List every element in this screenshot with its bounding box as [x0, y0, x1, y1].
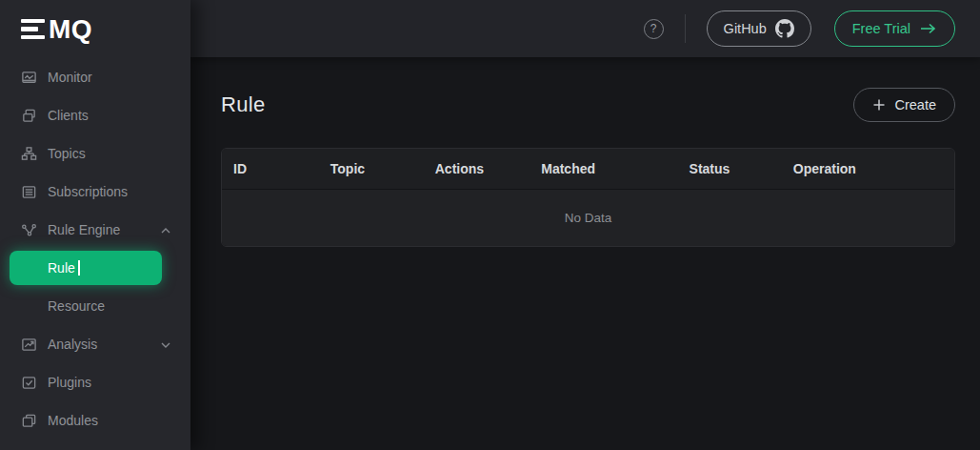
sidebar-item-label: Topics	[48, 146, 171, 161]
table-header-row: ID Topic Actions Matched Status Operatio…	[222, 149, 954, 190]
chevron-up-icon	[160, 224, 171, 235]
sidebar-item-clients[interactable]: Clients	[0, 96, 190, 134]
sidebar-subitem-label: Resource	[48, 298, 105, 314]
github-button-label: GitHub	[724, 21, 767, 36]
create-button-label: Create	[894, 97, 936, 112]
topbar: ? GitHub Free Trial	[190, 0, 980, 57]
emq-logo-text: MQ	[49, 16, 92, 43]
monitor-icon	[21, 70, 37, 86]
column-header-actions: Actions	[435, 149, 542, 190]
sidebar-subitem-rule[interactable]: Rule	[10, 251, 162, 285]
sidebar-item-modules[interactable]: Modules	[0, 401, 190, 440]
help-icon[interactable]: ?	[644, 19, 664, 39]
column-header-status: Status	[690, 149, 793, 190]
sidebar-menu: Monitor Clients	[0, 58, 190, 440]
text-cursor	[78, 260, 80, 276]
rules-table: ID Topic Actions Matched Status Operatio…	[222, 149, 954, 246]
rules-table-card: ID Topic Actions Matched Status Operatio…	[221, 148, 955, 247]
no-data-text: No Data	[222, 190, 954, 246]
plugins-icon	[21, 375, 37, 391]
sidebar-item-subscriptions[interactable]: Subscriptions	[0, 173, 190, 211]
topbar-divider	[685, 14, 686, 43]
emq-logo[interactable]: MQ	[0, 0, 190, 58]
title-row: Rule Create	[221, 88, 955, 122]
arrow-right-icon	[920, 22, 937, 35]
topics-icon	[21, 146, 37, 162]
sidebar-item-analysis[interactable]: Analysis	[0, 325, 190, 363]
sidebar-item-label: Subscriptions	[48, 184, 171, 199]
sidebar-item-label: Monitor	[48, 70, 171, 85]
sidebar-item-plugins[interactable]: Plugins	[0, 363, 190, 401]
free-trial-label: Free Trial	[852, 21, 910, 36]
content: Rule Create ID	[190, 57, 980, 450]
github-octocat-icon	[775, 19, 794, 38]
column-header-matched: Matched	[541, 149, 689, 190]
free-trial-button[interactable]: Free Trial	[834, 10, 955, 47]
sidebar-item-topics[interactable]: Topics	[0, 134, 190, 173]
github-button[interactable]: GitHub	[707, 10, 811, 47]
sidebar-item-label: Modules	[48, 413, 171, 428]
column-header-operation: Operation	[793, 149, 954, 190]
main-area: ? GitHub Free Trial Rule	[190, 0, 980, 450]
clients-icon	[21, 108, 37, 124]
sidebar-item-label: Clients	[48, 108, 171, 123]
rule-engine-icon	[21, 222, 37, 238]
chevron-down-icon	[160, 338, 171, 350]
column-header-topic: Topic	[330, 149, 435, 190]
analysis-icon	[21, 337, 37, 353]
sidebar-subitem-resource[interactable]: Resource	[0, 287, 190, 325]
page-title: Rule	[221, 92, 265, 117]
sidebar-item-label: Rule Engine	[48, 222, 160, 237]
empty-row: No Data	[222, 190, 954, 246]
modules-icon	[21, 413, 37, 429]
sidebar-item-label: Plugins	[48, 375, 171, 390]
column-header-id: ID	[222, 149, 330, 190]
app-window: MQ Monitor	[0, 0, 980, 450]
emq-logo-e-icon	[21, 19, 45, 40]
subscriptions-icon	[21, 184, 37, 200]
sidebar-item-label: Analysis	[48, 337, 160, 352]
plus-icon	[872, 98, 886, 112]
sidebar-item-rule-engine[interactable]: Rule Engine	[0, 211, 190, 249]
sidebar: MQ Monitor	[0, 0, 190, 450]
sidebar-item-monitor[interactable]: Monitor	[0, 58, 190, 96]
sidebar-subitem-label: Rule	[48, 260, 75, 276]
create-button[interactable]: Create	[853, 88, 955, 122]
